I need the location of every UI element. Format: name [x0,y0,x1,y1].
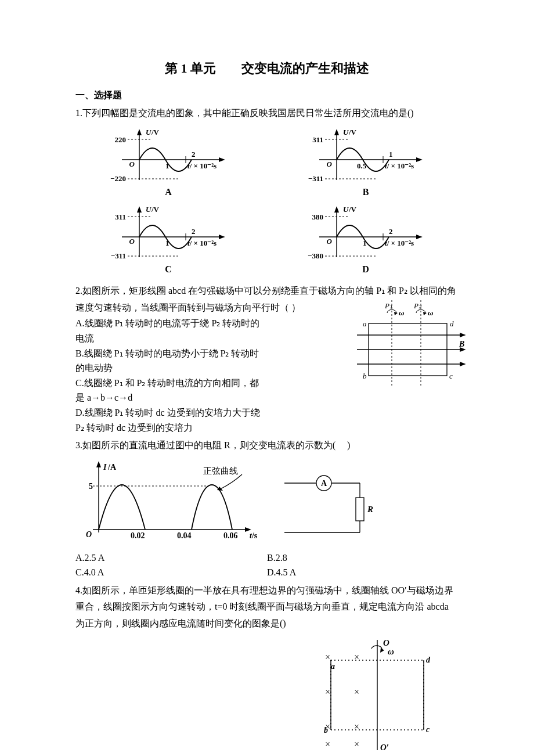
q2-option-A: A.线圈绕 P₁ 转动时的电流等于绕 P₂ 转动时的电流 [75,316,267,345]
x2: 2 [192,227,196,236]
cross-icon: × [354,739,359,749]
x1: 1 [165,239,169,247]
origin-O: O [86,530,92,539]
origin-O: O [327,160,333,168]
ammeter-A: A [321,479,327,488]
q3-option-B: B.2.8 [267,550,459,566]
q3-option-D: D.4.5 A [267,565,459,580]
q1-text: 1.下列四幅图是交流电的图象，其中能正确反映我国居民日常生活所用交流电的是() [75,105,459,122]
corner-d: d [426,656,431,664]
label-C: C [165,262,172,277]
yaxis-I: I [103,463,107,471]
cross-icon: × [325,739,330,749]
origin-O: O [129,237,135,246]
val--311: −311 [111,251,126,260]
corner-c: c [449,372,453,380]
x2: 2 [192,150,196,159]
q2-option-D: D.线圈绕 P₁ 转动时 dc 边受到的安培力大于绕 P₂ 转动时 dc 边受到… [75,405,267,435]
omega2: ω [428,308,433,317]
O-label: O [383,638,389,647]
x2: 0.04 [177,531,192,540]
val-380: 380 [312,213,324,221]
y5: 5 [89,482,93,491]
yaxis-U: U [343,205,349,214]
yaxis-U: U [343,128,349,136]
origin-O: O [129,160,135,168]
corner-c: c [426,725,430,734]
question-3: 3.如图所示的直流电通过图中的电阻 R，则交变电流表的示数为( ) 5 O I … [75,437,459,580]
resistor-R: R [367,505,373,514]
val--311: −311 [308,174,323,183]
q3-figure: 5 O I /A 0.02 0.04 0.06 t/s 正弦曲线 A R [75,460,459,546]
q3-option-A: A.2.5 A [75,550,267,566]
corner-a: a [331,662,335,671]
P1-label: P₁ [384,301,392,310]
xaxis: t/ × 10⁻²s [385,161,414,170]
page-title: 第 1 单元 交变电流的产生和描述 [75,58,459,78]
graph-B: 311 −311 O 0.5 1 U /V t/ × 10⁻²s B [273,128,459,200]
graph-A: 220 −220 O 1 2 U /V t/ × 10⁻²s A [75,128,261,200]
x2: 2 [389,227,393,236]
q2-option-B: B.线圈绕 P₁ 转动时的电动势小于绕 P₂ 转动时的电动势 [75,346,267,376]
q4-text: 4.如图所示，单匝矩形线圈的一半放在具有理想边界的匀强磁场中，线圈轴线 OO′与… [75,582,459,632]
val-311: 311 [115,213,126,221]
origin-O: O [327,237,333,246]
label-A: A [165,185,172,200]
q3-option-C: C.4.0 A [75,565,267,580]
q3-text: 3.如图所示的直流电通过图中的电阻 R，则交变电流表的示数为( ) [75,437,459,454]
x1: 0.5 [357,161,367,170]
Oprime-label: O′ [380,743,389,752]
x2: 1 [389,150,393,159]
yaxis-U: U [146,205,151,214]
curve-label: 正弦曲线 [203,466,238,476]
cross-icon: × [354,687,359,697]
corner-a: a [363,319,367,328]
q2-figure: P₁ P₂ ω ω a d b c B [351,300,467,392]
yaxis-U: U [146,128,151,136]
section-header: 一、选择题 [75,88,459,103]
x1: 0.02 [131,531,145,540]
yaxis-V: /V [348,128,357,136]
graph-C: 311 −311 O 1 2 U /V t/ × 10⁻²s C [75,205,261,277]
label-D: D [362,262,369,277]
xaxis: t/ × 10⁻²s [187,161,217,170]
cross-icon: × [325,652,330,662]
cross-icon: × [325,687,330,697]
omega1: ω [399,308,404,317]
x1: 1 [363,239,367,247]
val--220: −220 [110,174,126,183]
cross-icon: × [354,722,359,732]
q4-figure: × × × × × × × × O ω a d b c O′ [75,637,459,753]
cross-icon: × [354,652,359,662]
B-label: B [459,340,464,348]
yaxis-V: /V [151,128,160,136]
corner-b: b [324,726,328,735]
question-4: 4.如图所示，单匝矩形线圈的一半放在具有理想边界的匀强磁场中，线圈轴线 OO′与… [75,582,459,753]
val--380: −380 [308,251,323,260]
graph-D: 380 −380 O 1 2 U /V t/ × 10⁻²s D [273,205,459,277]
val-220: 220 [115,135,127,144]
yaxis-A: /A [107,463,117,471]
xaxis: t/ × 10⁻²s [187,239,217,247]
question-2: 2.如图所示，矩形线圈 abcd 在匀强磁场中可以分别绕垂直于磁场方向的轴 P₁… [75,283,459,435]
question-1: 1.下列四幅图是交流电的图象，其中能正确反映我国居民日常生活所用交流电的是() … [75,105,459,277]
omega-label: ω [388,647,394,656]
label-B: B [363,185,369,200]
corner-b: b [363,372,367,380]
q2-option-C: C.线圈绕 P₁ 和 P₂ 转动时电流的方向相同，都是 a→b→c→d [75,376,267,405]
xaxis: t/ × 10⁻²s [385,239,414,247]
x1: 1 [165,161,169,170]
yaxis-V: /V [348,205,357,214]
val-311: 311 [312,135,323,144]
P2-label: P₂ [413,301,422,310]
yaxis-V: /V [151,205,160,214]
corner-d: d [450,319,454,328]
xaxis: t/s [250,531,258,540]
svg-rect-33 [356,498,364,521]
x3: 0.06 [223,531,238,540]
